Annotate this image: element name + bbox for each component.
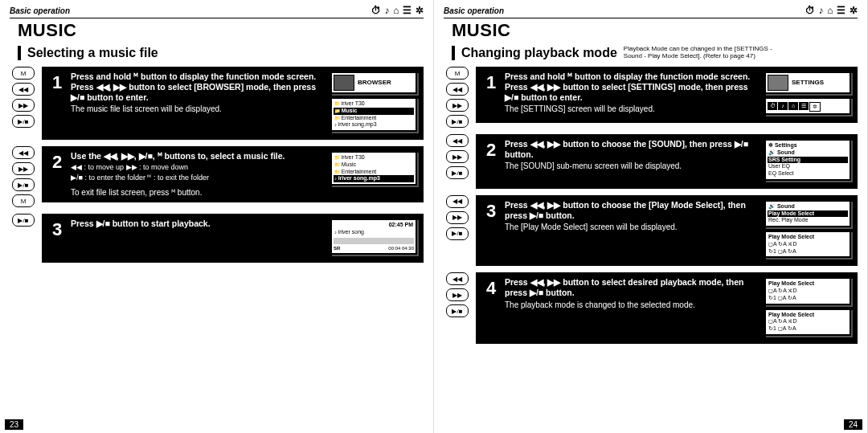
music-icon: ♪	[818, 5, 823, 16]
top-icon-strip: ⏱ ♪ ⌂ ☰ ✲	[804, 5, 858, 16]
screen-row: Rec. Play Mode	[768, 217, 848, 224]
page-number: 23	[5, 419, 23, 430]
remote-btn-ffw: ▶▶	[12, 99, 35, 112]
remote-btn-ffw: ▶▶	[446, 99, 469, 112]
sub-heading: Changing playback mode Playback Mode can…	[452, 46, 858, 60]
step-number: 2	[48, 151, 66, 174]
sound-screen: 🔊 Sound Play Mode Select Rec. Play Mode	[764, 200, 851, 227]
step-sub: To exit file list screen, press ᴹ button…	[71, 188, 324, 198]
remote-btn-ffw: ▶▶	[446, 150, 469, 163]
mode-row: ↻1 ◻A ↻A	[768, 325, 848, 333]
step-text-b: Press ◀◀, ▶▶ button to select [BROWSER] …	[71, 82, 324, 103]
screen-title: ✲ Settings	[768, 142, 848, 149]
screen-row: SRS Setting	[768, 157, 848, 164]
playmode-screen: Play Mode Select ◻A ↻A ⤭D ↻1 ◻A ↻A	[764, 308, 851, 336]
screen-row: Music	[334, 161, 414, 169]
step-text-b: Press ◀◀, ▶▶ button to select [SETTINGS]…	[505, 82, 758, 103]
breadcrumb: Basic operation	[444, 6, 504, 15]
mini-screen: iriver T30 Music Entertainment iriver so…	[330, 97, 417, 132]
screen-row: User EQ	[768, 163, 848, 170]
mode-row: ◻A ↻A ⤭D	[768, 288, 848, 295]
step-2: ◀◀ ▶▶ ▶/■ M 2 Use the ◀◀, ▶▶, ▶/■, ᴹ but…	[10, 146, 424, 207]
home-icon: ⌂	[827, 5, 833, 16]
screen-title: Play Mode Select	[768, 312, 848, 319]
step-number: 1	[482, 71, 500, 94]
gear-icon	[768, 75, 788, 91]
hint-a: ◀◀ : to move up ▶▶ : to move down	[71, 163, 324, 172]
remote-btn-play: ▶/■	[12, 115, 35, 128]
screen-row: iriver song.mp3	[334, 121, 414, 129]
sr-label: SR	[334, 246, 340, 252]
step-number: 3	[48, 219, 66, 241]
sub-heading-note: Playback Mode can be changed in the [SET…	[624, 46, 784, 60]
remote-btn-rew: ◀◀	[446, 272, 469, 285]
step-text-a: Press ◀◀, ▶▶ button to select desired pl…	[505, 277, 758, 298]
top-bar: Basic operation ⏱ ♪ ⌂ ☰ ✲	[444, 5, 858, 18]
mini-screen: iriver T30 Music Entertainment iriver so…	[330, 151, 417, 186]
screen-row: iriver T30	[334, 100, 414, 108]
step-sub: The playback mode is changed to the sele…	[505, 300, 758, 311]
step-sub: The [SETTINGS] screen will be displayed.	[505, 104, 758, 115]
screen-sub: 🔊 Sound	[768, 149, 848, 157]
step-number: 1	[48, 71, 66, 94]
screen-header-text: SETTINGS	[792, 79, 824, 87]
remote-btn-rew: ◀◀	[446, 134, 469, 147]
home-icon: ⌂	[393, 5, 399, 16]
screen-row: iriver T30	[334, 154, 414, 161]
step-number: 3	[482, 200, 500, 223]
remote-btn-play: ▶/■	[446, 227, 469, 240]
remote-btn-rew: ◀◀	[12, 83, 35, 96]
gear-icon: ✲	[416, 5, 424, 16]
playmode-screen: Play Mode Select ◻A ↻A ⤭D ↻1 ◻A ↻A	[764, 277, 851, 304]
mode-row: ↻1 ◻A ↻A	[768, 248, 848, 255]
top-icon-strip: ⏱ ♪ ⌂ ☰ ✲	[370, 5, 424, 16]
screen-row: Play Mode Select	[768, 210, 848, 218]
breadcrumb: Basic operation	[10, 6, 70, 15]
sub-heading: Selecting a music file	[18, 46, 424, 60]
step-sub: The [SOUND] sub-menu screen will be disp…	[505, 161, 758, 172]
step-1: M ◀◀ ▶▶ ▶/■ 1 Press and hold ᴹ button to…	[444, 67, 858, 128]
step-sub: The music file list screen will be displ…	[71, 104, 324, 115]
step-text-a: Press ◀◀, ▶▶ button to choose the [SOUND…	[505, 139, 758, 160]
remote-btn-m: M	[446, 67, 469, 80]
gear-icon: ✲	[850, 5, 858, 16]
remote-btn-play: ▶/■	[12, 214, 35, 227]
remote-btn-ffw: ▶▶	[12, 162, 35, 175]
folder-icon	[334, 75, 354, 91]
remote-btn-rew: ◀◀	[12, 146, 35, 159]
step-number: 2	[482, 139, 500, 161]
clock: 02:45 PM	[334, 222, 414, 229]
step-2: ◀◀ ▶▶ ▶/■ 2 Press ◀◀, ▶▶ button to choos…	[444, 134, 858, 189]
top-bar: Basic operation ⏱ ♪ ⌂ ☰ ✲	[10, 5, 424, 18]
music-icon: ♪	[384, 5, 389, 16]
screen-header-text: BROWSER	[358, 79, 391, 87]
mode-row: ◻A ↻A ⤭D	[768, 318, 848, 325]
step-text-a: Press and hold ᴹ button to display the f…	[71, 71, 324, 82]
page-right: Basic operation ⏱ ♪ ⌂ ☰ ✲ MUSIC Changing…	[434, 0, 868, 433]
step-number: 4	[482, 277, 500, 300]
mode-icons: ⏱ ♪ ⌂ ☰ ✲	[764, 97, 851, 115]
screen-row: EQ Select	[768, 170, 848, 178]
screen-header: BROWSER	[330, 71, 417, 94]
mode-row: ◻A ↻A ⤭D	[768, 241, 848, 248]
list-icon: ☰	[837, 5, 845, 16]
step-4: ◀◀ ▶▶ ▶/■ 4 Press ◀◀, ▶▶ button to selec…	[444, 272, 858, 344]
step-text-a: Press ◀◀, ▶▶ button to choose the [Play …	[505, 200, 758, 221]
remote-btn-play: ▶/■	[446, 166, 469, 179]
screen-header: SETTINGS	[764, 71, 851, 94]
screen-title: Play Mode Select	[768, 234, 848, 241]
screen-sub: 🔊 Sound	[768, 203, 848, 210]
remote-btn-rew: ◀◀	[446, 195, 469, 208]
step-text-a: Use the ◀◀, ▶▶, ▶/■, ᴹ buttons to, selec…	[71, 151, 324, 161]
list-icon: ☰	[403, 5, 411, 16]
section-title: MUSIC	[452, 20, 858, 41]
remote-btn-play: ▶/■	[446, 304, 469, 317]
playmode-screen: Play Mode Select ◻A ↻A ⤭D ↻1 ◻A ↻A	[764, 231, 851, 258]
step-3: ▶/■ 3 Press ▶/■ button to start playback…	[10, 214, 424, 263]
clock-icon: ⏱	[371, 5, 381, 16]
step-sub: The [Play Mode Select] screen will be di…	[505, 223, 758, 233]
sub-heading-text: Changing playback mode	[461, 46, 617, 60]
clock-icon: ⏱	[805, 5, 815, 16]
step-text-a: Press and hold ᴹ button to display the f…	[505, 71, 758, 82]
remote-btn-ffw: ▶▶	[446, 288, 469, 301]
